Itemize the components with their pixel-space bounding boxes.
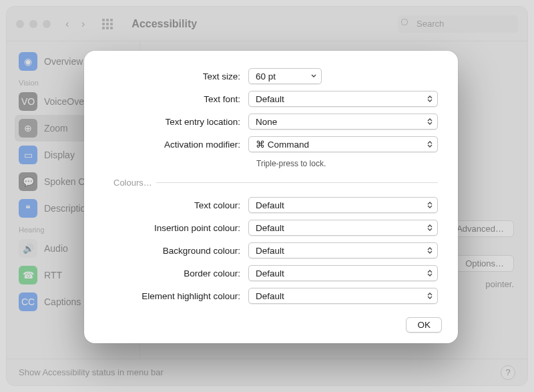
close-icon[interactable] bbox=[16, 20, 24, 28]
label-entry-location: Text entry location: bbox=[104, 117, 248, 127]
label-border-colour: Border colour: bbox=[104, 268, 248, 278]
text-font-popup[interactable]: Default bbox=[248, 91, 438, 107]
sidebar-item-label: RTT bbox=[44, 270, 62, 280]
highlight-colour-value: Default bbox=[256, 291, 284, 301]
highlight-colour-popup[interactable]: Default bbox=[248, 288, 438, 304]
audio-icon: 🔊 bbox=[19, 239, 37, 258]
traffic-lights[interactable] bbox=[16, 20, 51, 28]
chevron-down-icon bbox=[309, 70, 318, 82]
rtt-icon: ☎ bbox=[19, 266, 37, 284]
forward-icon[interactable]: › bbox=[81, 17, 85, 31]
help-button[interactable]: ? bbox=[501, 365, 515, 380]
updown-icon bbox=[425, 93, 435, 105]
updown-icon bbox=[425, 199, 435, 211]
sidebar-item-label: Captions bbox=[44, 297, 81, 307]
divider-line bbox=[156, 182, 438, 183]
activation-hint: Triple-press to lock. bbox=[256, 159, 438, 168]
sidebar-item-label: VoiceOver bbox=[44, 96, 87, 107]
row-entry-location: Text entry location: None bbox=[104, 114, 438, 130]
updown-icon bbox=[425, 222, 435, 234]
updown-icon bbox=[425, 244, 435, 256]
text-colour-value: Default bbox=[256, 200, 284, 210]
text-size-popup[interactable]: 60 pt bbox=[248, 68, 322, 84]
display-icon: ▭ bbox=[19, 146, 37, 164]
border-colour-value: Default bbox=[256, 268, 284, 278]
ok-button[interactable]: OK bbox=[406, 317, 442, 333]
updown-icon bbox=[425, 290, 435, 302]
row-activation-modifier: Activation modifier: ⌘ Command bbox=[104, 136, 438, 152]
sidebar-item-label: Audio bbox=[44, 243, 68, 254]
insertion-colour-popup[interactable]: Default bbox=[248, 220, 438, 236]
background-colour-popup[interactable]: Default bbox=[248, 242, 438, 258]
label-text-font: Text font: bbox=[104, 94, 248, 104]
show-all-icon[interactable] bbox=[102, 19, 113, 29]
row-border-colour: Border colour: Default bbox=[104, 265, 438, 281]
label-highlight-colour: Element highlight colour: bbox=[104, 291, 248, 301]
search-input[interactable] bbox=[398, 15, 518, 33]
row-background-colour: Background colour: Default bbox=[104, 242, 438, 258]
pointer-text: pointer. bbox=[485, 279, 514, 289]
row-highlight-colour: Element highlight colour: Default bbox=[104, 288, 438, 304]
row-insertion-colour: Insertion point colour: Default bbox=[104, 220, 438, 236]
zoom-window-icon[interactable] bbox=[43, 20, 51, 28]
updown-icon bbox=[425, 267, 435, 279]
sidebar-item-label: Display bbox=[44, 150, 75, 160]
insertion-colour-value: Default bbox=[256, 223, 284, 233]
updown-icon bbox=[425, 138, 435, 150]
label-background-colour: Background colour: bbox=[104, 246, 248, 256]
search-wrap bbox=[398, 15, 518, 33]
border-colour-popup[interactable]: Default bbox=[248, 265, 438, 281]
sidebar-item-label: Zoom bbox=[44, 123, 68, 134]
voiceover-icon: VO bbox=[19, 92, 37, 111]
entry-location-popup[interactable]: None bbox=[248, 114, 438, 130]
activation-modifier-popup[interactable]: ⌘ Command bbox=[248, 136, 438, 152]
row-text-colour: Text colour: Default bbox=[104, 197, 438, 213]
label-text-size: Text size: bbox=[104, 71, 248, 81]
row-text-size: Text size: 60 pt bbox=[104, 68, 438, 84]
background-colour-value: Default bbox=[256, 246, 284, 256]
accessibility-icon: ◉ bbox=[19, 52, 37, 71]
row-text-font: Text font: Default bbox=[104, 91, 438, 107]
back-icon[interactable]: ‹ bbox=[65, 17, 69, 31]
descriptions-icon: ❝ bbox=[19, 199, 37, 218]
label-activation-modifier: Activation modifier: bbox=[104, 140, 248, 150]
menubar-status-label: Show Accessibility status in menu bar bbox=[19, 367, 164, 377]
label-insertion-colour: Insertion point colour: bbox=[104, 223, 248, 233]
colours-section-label: Colours… bbox=[104, 178, 156, 188]
captions-icon: CC bbox=[19, 292, 37, 311]
updown-icon bbox=[425, 116, 435, 128]
options-button[interactable]: Options… bbox=[455, 255, 514, 272]
sidebar-item-label: Overview bbox=[44, 56, 83, 67]
text-colour-popup[interactable]: Default bbox=[248, 197, 438, 213]
label-text-colour: Text colour: bbox=[104, 200, 248, 210]
titlebar: ‹ › Accessibility bbox=[7, 7, 527, 41]
spoken-icon: 💬 bbox=[19, 172, 37, 191]
page-title: Accessibility bbox=[131, 18, 197, 30]
minimize-icon[interactable] bbox=[29, 20, 37, 28]
entry-location-value: None bbox=[256, 117, 277, 127]
colours-divider: Colours… bbox=[104, 178, 438, 188]
text-size-value: 60 pt bbox=[256, 71, 276, 81]
text-font-value: Default bbox=[256, 94, 284, 104]
window-footer: Show Accessibility status in menu bar ? bbox=[7, 359, 527, 385]
zoom-icon: ⊕ bbox=[19, 119, 37, 138]
hover-text-sheet: Text size: 60 pt Text font: Default Text… bbox=[84, 51, 458, 343]
activation-modifier-value: ⌘ Command bbox=[256, 139, 309, 150]
